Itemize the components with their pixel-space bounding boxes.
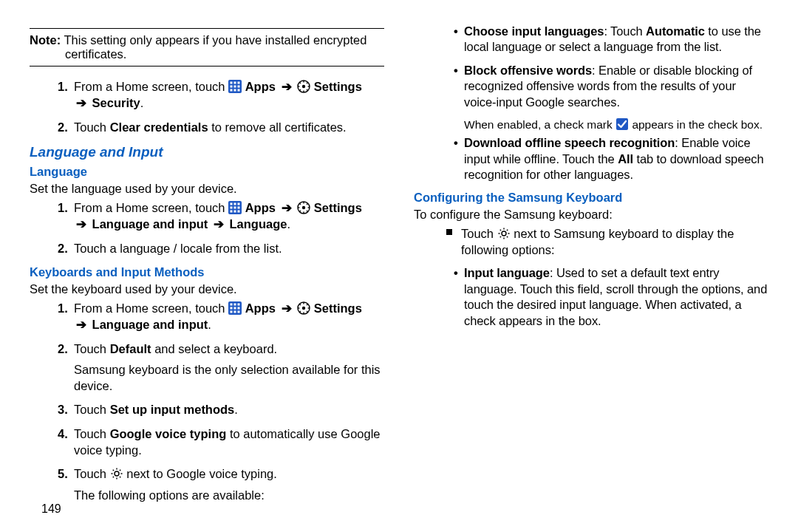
keyboards-intro: Set the keyboard used by your device. [30,281,384,297]
arrow-icon: ➔ [76,318,86,331]
step-4: 4. Touch Google voice typing to automati… [58,426,384,459]
step-text-pre: Touch [74,120,110,134]
arrow-icon: ➔ [282,201,292,214]
settings-label: Settings [314,201,362,214]
svg-rect-6 [238,86,240,88]
apps-label: Apps [245,80,276,93]
period: . [140,96,144,109]
clear-cred-steps: 1. From a Home screen, touch Apps ➔ Sett… [30,78,384,135]
svg-line-36 [300,204,301,205]
step-text-a: Touch [74,467,110,480]
svg-rect-23 [238,203,240,205]
google-options-bullets-2: Download offline speech recognition: Ena… [414,135,768,183]
heading-language-and-input: Language and Input [30,144,384,160]
svg-rect-22 [234,203,236,205]
step-1: 1. From a Home screen, touch Apps ➔ Sett… [58,200,384,233]
svg-line-56 [300,304,301,306]
svg-rect-47 [231,311,233,313]
svg-rect-3 [238,82,240,84]
step-number: 5. [58,466,68,482]
svg-line-19 [300,89,301,91]
checkmark-box-icon [615,117,629,131]
page-number: 149 [41,502,61,516]
step-2: 2. Touch Clear credentials to remove all… [58,119,384,135]
note-text-a: When enabled, a check mark [464,118,615,131]
apps-label: Apps [245,301,276,315]
bullet-choose-input-languages: Choose input languages: Touch Automatic … [454,24,768,55]
rule-bottom [30,66,384,66]
arrow-icon: ➔ [76,96,86,109]
step-3: 3. Touch Set up input methods. [58,401,384,417]
svg-rect-26 [238,207,240,209]
bullet-bold2: Automatic [646,24,705,38]
heading-configuring-samsung-keyboard: Configuring the Samsung Keyboard [414,191,768,205]
step-text: From a Home screen, touch [74,201,225,214]
svg-line-58 [307,304,308,306]
step-text-post: . [234,403,238,416]
svg-point-31 [302,206,305,209]
svg-line-59 [300,311,301,313]
svg-rect-42 [234,304,236,306]
svg-line-17 [307,89,308,91]
svg-rect-41 [231,304,233,306]
apps-grid-icon [228,301,242,315]
apps-grid-icon [228,201,242,214]
step-text: From a Home screen, touch [74,80,225,93]
svg-line-37 [307,211,308,212]
svg-rect-9 [238,89,240,92]
step-text-pre: Touch [74,342,110,355]
step-text-b: next to Google voice typing. [126,467,277,480]
svg-rect-48 [234,311,236,313]
settings-gear-icon [297,301,310,315]
settings-gear-icon [297,201,310,214]
step-number: 1. [58,78,68,95]
period: . [208,318,211,331]
svg-rect-44 [231,307,233,310]
heading-keyboards: Keyboards and Input Methods [30,265,384,279]
gear-outline-icon [110,467,123,480]
svg-rect-4 [231,86,233,88]
default-label: Default [110,342,151,355]
svg-rect-43 [238,304,240,306]
arrow-icon: ➔ [282,301,292,315]
svg-point-62 [502,231,506,236]
clear-credentials-label: Clear credentials [110,120,208,134]
svg-line-39 [300,211,301,212]
bullet-download-offline: Download offline speech recognition: Ena… [454,135,768,183]
security-label: Security [92,96,140,109]
settings-gear-icon [297,80,310,93]
step-2: 2. Touch Default and select a keyboard. … [58,341,384,395]
step-1: 1. From a Home screen, touch Apps ➔ Sett… [58,78,384,112]
apps-label: Apps [245,201,276,214]
svg-rect-21 [231,203,233,205]
setup-input-methods-label: Set up input methods [110,403,235,416]
step-1: 1. From a Home screen, touch Apps ➔ Sett… [58,300,384,333]
checkmark-note: When enabled, a check mark appears in th… [464,117,768,132]
note-block: Note: This setting only appears if you h… [30,32,384,63]
bullet-bold2: All [618,152,633,166]
language-steps: 1. From a Home screen, touch Apps ➔ Sett… [30,200,384,256]
language-label: Language [230,217,287,231]
step-number: 3. [58,401,68,417]
arrow-icon: ➔ [282,80,292,93]
step-number: 1. [58,200,68,216]
step-text-pre: Touch [74,427,110,440]
arrow-icon: ➔ [214,217,224,231]
step-number: 2. [58,240,68,256]
step-extra: Samsung keyboard is the only selection a… [74,361,384,395]
svg-line-18 [307,83,308,84]
bullet-bold: Choose input languages [464,24,604,38]
note-prefix: Note: [30,33,61,47]
step-5: 5. Touch next to Google voice typing. Th… [58,466,384,503]
bullet-bold: Input language [464,266,550,279]
gear-outline-icon [497,227,511,240]
svg-point-60 [115,471,119,476]
step-text-post: and select a keyboard. [151,342,278,355]
step-text: From a Home screen, touch [74,301,225,315]
google-voice-typing-label: Google voice typing [110,427,227,440]
lang-input-label: Language and input [92,217,208,231]
bullet-bold: Block offensive words [464,64,592,77]
bullet-block-offensive-words: Block offensive words: Enable or disable… [454,63,768,110]
svg-rect-8 [234,89,236,92]
svg-rect-24 [231,207,233,209]
